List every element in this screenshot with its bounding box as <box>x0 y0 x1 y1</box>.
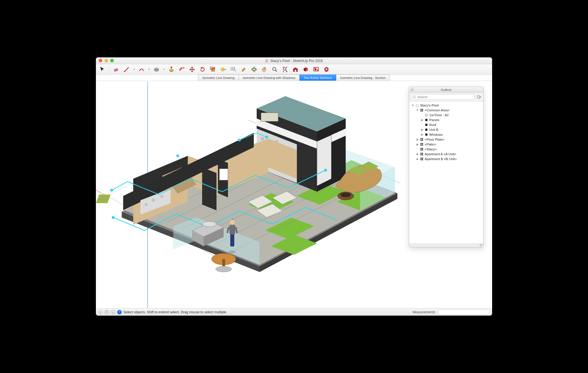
disclosure-triangle[interactable]: ▶ <box>416 153 419 156</box>
disclosure-triangle[interactable]: ▶ <box>416 138 419 141</box>
paint-tool[interactable] <box>240 65 248 73</box>
svg-rect-1 <box>114 68 118 71</box>
scene-tab[interactable]: Two Active Sections <box>299 75 336 81</box>
eraser-tool[interactable] <box>112 65 120 73</box>
tree-row[interactable]: 1st Floor : A2 <box>410 112 483 117</box>
svg-point-78 <box>238 139 241 141</box>
arc-tool[interactable] <box>138 65 146 73</box>
measurements-input[interactable] <box>438 310 490 315</box>
svg-text:A1: A1 <box>232 67 235 70</box>
extensions-tool[interactable] <box>322 65 330 73</box>
svg-point-10 <box>252 68 257 70</box>
outliner-panel[interactable]: Outliner ▼Stacy's Pixel▼<Common Area>1st… <box>409 87 483 247</box>
move-tool[interactable] <box>188 65 196 73</box>
help-icon[interactable]: ? <box>117 310 122 314</box>
svg-point-71 <box>145 203 148 206</box>
svg-rect-104 <box>425 119 428 121</box>
disclosure-triangle[interactable]: ▼ <box>411 104 414 107</box>
svg-rect-61 <box>96 195 111 203</box>
shapes-tool-dropdown[interactable]: ▾ <box>163 68 165 71</box>
close-button[interactable] <box>99 59 102 62</box>
tree-row[interactable]: ▶<Floor Plate> <box>410 137 483 142</box>
tree-label: <Common Area> <box>425 108 450 112</box>
disclosure-triangle[interactable]: ▶ <box>416 143 419 146</box>
offset-tool[interactable] <box>178 65 186 73</box>
outliner-resize-handle[interactable] <box>409 244 483 247</box>
svg-point-89 <box>216 266 232 272</box>
svg-point-74 <box>110 189 113 192</box>
tape-tool[interactable] <box>219 65 227 73</box>
measurements-label: Measurements <box>413 310 435 314</box>
outliner-titlebar[interactable]: Outliner <box>409 87 483 93</box>
arc-tool-dropdown[interactable]: ▾ <box>148 68 150 71</box>
tree-row[interactable]: <Stacy> <box>410 147 483 151</box>
tree-row[interactable]: ▶Windows <box>410 132 483 137</box>
outliner-details-button[interactable] <box>476 94 481 100</box>
minimize-button[interactable] <box>105 59 108 62</box>
comp-icon <box>420 138 423 141</box>
scene-tab[interactable]: Isometric Line Drawing <box>198 75 239 81</box>
svg-rect-91 <box>230 233 234 246</box>
svg-rect-121 <box>422 153 423 154</box>
zoom-button[interactable] <box>110 59 114 62</box>
panel-close-button[interactable] <box>411 88 414 91</box>
zoom-tool[interactable] <box>271 65 279 73</box>
tree-row[interactable]: ▶<Patio> <box>410 142 483 147</box>
outliner-tree[interactable]: ▼Stacy's Pixel▼<Common Area>1st Floor : … <box>409 102 483 244</box>
svg-point-18 <box>326 68 327 70</box>
components-tool[interactable] <box>302 65 310 73</box>
orbit-tool[interactable] <box>250 65 258 73</box>
text-tool[interactable]: A1 <box>229 65 237 73</box>
tree-label: Windows <box>429 133 443 136</box>
scene-tab[interactable]: Isometric Line Drawing - Section <box>336 75 390 81</box>
user-icon[interactable]: ☺ <box>111 310 115 314</box>
window-title: Stacy's Pixel - SketchUp Pro 2018 <box>96 59 492 63</box>
tree-row[interactable]: ▶Apartment A <A Unit> <box>410 151 483 156</box>
outliner-title: Outliner <box>441 88 452 92</box>
svg-rect-117 <box>422 148 423 149</box>
tree-row[interactable]: Roof <box>410 122 483 127</box>
warehouse-tool[interactable] <box>291 65 299 73</box>
line-tool-dropdown[interactable]: ▾ <box>133 68 135 71</box>
svg-point-17 <box>317 69 318 71</box>
credits-icon[interactable]: ⓘ <box>105 310 109 314</box>
disclosure-triangle[interactable]: ▶ <box>421 128 423 131</box>
svg-rect-109 <box>422 138 423 139</box>
tree-row[interactable]: ▼<Common Area> <box>410 108 483 112</box>
tree-label: <Floor Plate> <box>425 138 444 141</box>
svg-rect-119 <box>422 149 423 150</box>
scene-tab[interactable]: Isometric Line Drawing with Shadows <box>239 75 300 81</box>
shapes-tool[interactable] <box>152 65 160 73</box>
tree-row[interactable]: ▶Apartment B <B Unit> <box>410 156 483 161</box>
zoomextents-tool[interactable] <box>281 65 289 73</box>
svg-rect-107 <box>425 133 428 136</box>
svg-rect-16 <box>315 68 316 70</box>
disclosure-triangle[interactable]: ▶ <box>416 158 419 160</box>
geo-location-icon[interactable]: ⌾ <box>98 310 103 314</box>
tree-row[interactable]: ▼Stacy's Pixel <box>410 103 483 108</box>
sketchup-window: Stacy's Pixel - SketchUp Pro 2018 ▾▾▾A1 … <box>96 57 492 316</box>
disclosure-triangle[interactable]: ▶ <box>421 118 423 121</box>
svg-point-11 <box>253 67 255 72</box>
tree-label: Stacy's Pixel <box>420 104 439 107</box>
viewport[interactable]: Outliner ▼Stacy's Pixel▼<Common Area>1st… <box>96 81 492 308</box>
comp-icon <box>420 152 423 156</box>
scale-tool[interactable] <box>209 65 217 73</box>
comp-icon <box>420 108 423 112</box>
disclosure-triangle[interactable]: ▶ <box>421 133 423 136</box>
outliner-search-input[interactable] <box>411 94 475 100</box>
select-tool[interactable] <box>98 65 106 73</box>
disclosure-triangle[interactable]: ▼ <box>416 109 419 112</box>
window-controls <box>99 59 114 62</box>
rotate-tool[interactable] <box>198 65 206 73</box>
svg-rect-118 <box>421 149 422 150</box>
pushpull-tool[interactable] <box>167 65 175 73</box>
tree-row[interactable]: ▶Panels <box>410 117 483 122</box>
group-icon <box>425 118 428 122</box>
tree-row[interactable]: ▶Unit B <box>410 127 483 132</box>
line-tool[interactable] <box>123 65 131 73</box>
svg-rect-49 <box>261 113 278 121</box>
layout-tool[interactable] <box>312 65 320 73</box>
statusbar: ⌾ ⓘ ☺ ? Select objects. Shift to extend … <box>96 308 492 316</box>
pan-tool[interactable] <box>260 65 268 73</box>
